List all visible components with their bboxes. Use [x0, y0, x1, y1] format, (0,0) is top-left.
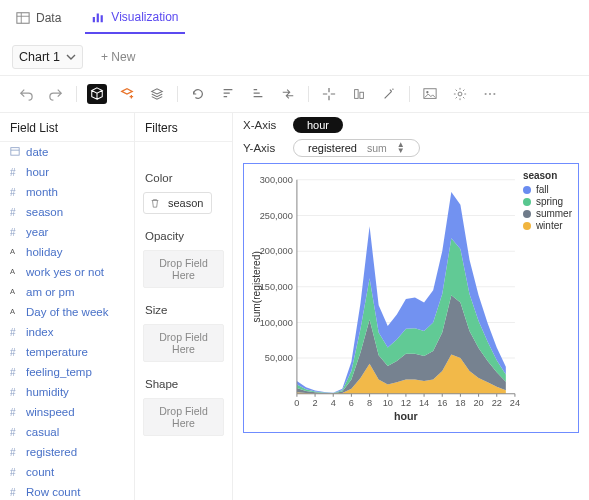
field-label: year: [26, 226, 48, 238]
svg-rect-3: [93, 17, 95, 22]
sort-asc-icon[interactable]: [248, 84, 268, 104]
svg-rect-6: [355, 90, 359, 99]
shelves-panel: Filters Color season Opacity Drop Field …: [135, 113, 233, 500]
image-icon[interactable]: [420, 84, 440, 104]
legend-title: season: [523, 170, 572, 181]
field-label: count: [26, 466, 54, 478]
refresh-icon[interactable]: [188, 84, 208, 104]
top-tab-visualization[interactable]: Visualization: [85, 6, 184, 34]
field-item[interactable]: #temperature: [0, 342, 134, 362]
legend-item[interactable]: summer: [523, 208, 572, 219]
svg-text:hour: hour: [394, 410, 418, 422]
field-item[interactable]: #feeling_temp: [0, 362, 134, 382]
field-item[interactable]: #winspeed: [0, 402, 134, 422]
field-item[interactable]: #humidity: [0, 382, 134, 402]
svg-text:150,000: 150,000: [260, 282, 293, 292]
undo-icon[interactable]: [16, 84, 36, 104]
transpose-icon[interactable]: [278, 84, 298, 104]
legend-item[interactable]: winter: [523, 220, 572, 231]
more-icon[interactable]: [480, 84, 500, 104]
svg-text:250,000: 250,000: [260, 211, 293, 221]
shape-dropzone[interactable]: Drop Field Here: [143, 398, 224, 436]
x-axis-pill[interactable]: hour: [293, 117, 343, 133]
legend-item[interactable]: spring: [523, 196, 572, 207]
chart-frame[interactable]: 50,000100,000150,000200,000250,000300,00…: [243, 163, 579, 433]
field-label: index: [26, 326, 54, 338]
legend-label: spring: [536, 196, 563, 207]
layers-icon[interactable]: [147, 84, 167, 104]
field-item[interactable]: date: [0, 142, 134, 162]
settings-icon[interactable]: [450, 84, 470, 104]
field-item[interactable]: #casual: [0, 422, 134, 442]
svg-text:4: 4: [331, 398, 336, 408]
top-tab-data-label: Data: [36, 11, 61, 25]
field-item[interactable]: #index: [0, 322, 134, 342]
y-axis-value: registered: [308, 142, 357, 154]
field-label: Day of the week: [26, 306, 108, 318]
layer-add-icon[interactable]: [117, 84, 137, 104]
cube-icon[interactable]: [87, 84, 107, 104]
svg-text:12: 12: [401, 398, 411, 408]
svg-rect-5: [101, 15, 103, 22]
field-label: month: [26, 186, 58, 198]
svg-text:sum(registered): sum(registered): [251, 251, 262, 322]
field-item[interactable]: Awork yes or not: [0, 262, 134, 282]
svg-text:8: 8: [367, 398, 372, 408]
stack-icon[interactable]: [349, 84, 369, 104]
field-list-title: Field List: [0, 113, 134, 142]
field-item[interactable]: #month: [0, 182, 134, 202]
y-axis-agg: sum: [367, 142, 387, 154]
y-axis-pill[interactable]: registered sum ▲▼: [293, 139, 420, 157]
size-title: Size: [135, 296, 232, 320]
svg-point-10: [458, 92, 462, 96]
legend-swatch: [523, 186, 531, 194]
text-type-icon: A: [10, 246, 20, 258]
legend-swatch: [523, 210, 531, 218]
color-chip-season[interactable]: season: [143, 192, 212, 214]
x-axis-label: X-Axis: [243, 119, 285, 131]
field-label: feeling_temp: [26, 366, 92, 378]
svg-text:50,000: 50,000: [265, 353, 293, 363]
size-dropzone[interactable]: Drop Field Here: [143, 324, 224, 362]
field-item[interactable]: #Row count: [0, 482, 134, 500]
new-chart-tab[interactable]: + New: [101, 50, 135, 64]
hash-type-icon: #: [10, 367, 20, 378]
field-item[interactable]: #count: [0, 462, 134, 482]
sort-desc-icon[interactable]: [218, 84, 238, 104]
color-chip-label: season: [168, 197, 203, 209]
svg-text:22: 22: [492, 398, 502, 408]
hash-type-icon: #: [10, 327, 20, 338]
y-axis-label: Y-Axis: [243, 142, 285, 154]
svg-text:300,000: 300,000: [260, 175, 293, 185]
toolbar-separator: [76, 86, 77, 102]
filters-dropzone[interactable]: [135, 142, 232, 164]
field-item[interactable]: #hour: [0, 162, 134, 182]
field-label: hour: [26, 166, 49, 178]
chart-tab-1[interactable]: Chart 1: [12, 45, 83, 69]
date-type-icon: [10, 146, 20, 158]
svg-point-9: [426, 91, 428, 93]
svg-text:A: A: [10, 307, 15, 316]
svg-text:A: A: [10, 247, 15, 256]
legend-item[interactable]: fall: [523, 184, 572, 195]
field-item[interactable]: ADay of the week: [0, 302, 134, 322]
opacity-dropzone[interactable]: Drop Field Here: [143, 250, 224, 288]
field-item[interactable]: Aholiday: [0, 242, 134, 262]
svg-text:A: A: [10, 287, 15, 296]
svg-text:0: 0: [294, 398, 299, 408]
field-item[interactable]: Aam or pm: [0, 282, 134, 302]
redo-icon[interactable]: [46, 84, 66, 104]
top-tab-data[interactable]: Data: [10, 7, 67, 33]
field-label: registered: [26, 446, 77, 458]
hash-type-icon: #: [10, 427, 20, 438]
wand-icon[interactable]: [379, 84, 399, 104]
field-label: season: [26, 206, 63, 218]
trash-icon[interactable]: [148, 196, 162, 210]
svg-point-11: [485, 93, 487, 95]
legend-label: winter: [536, 220, 563, 231]
field-item[interactable]: #year: [0, 222, 134, 242]
plot-area: X-Axis hour Y-Axis registered sum ▲▼ 50,…: [233, 113, 589, 500]
field-item[interactable]: #season: [0, 202, 134, 222]
crosshair-icon[interactable]: [319, 84, 339, 104]
field-item[interactable]: #registered: [0, 442, 134, 462]
